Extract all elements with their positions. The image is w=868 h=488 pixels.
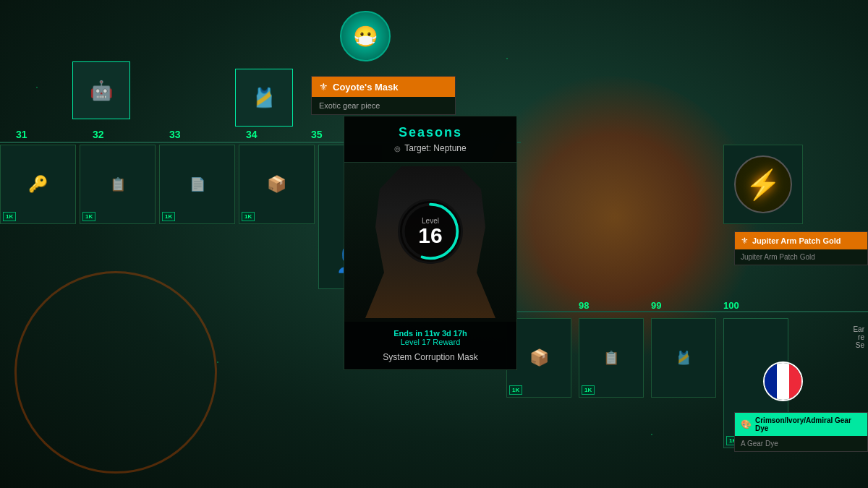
level-circle-container: Level 16 <box>398 199 463 264</box>
reward-cell-34[interactable]: 📦 1K <box>239 145 315 224</box>
info-line3: Se <box>853 341 864 349</box>
track-num-32: 32 <box>93 129 104 140</box>
gear-dye-header: 🎨 Crimson/Ivory/Admiral Gear Dye <box>735 413 867 436</box>
item-icon-97: 📦 <box>529 348 549 367</box>
info-line1: Ear <box>853 325 864 333</box>
character-name: System Corruption Mask <box>355 352 506 362</box>
quantity-badge: 1K <box>162 212 175 221</box>
item-icon-33: 📄 <box>190 176 205 192</box>
level-number: 16 <box>418 225 442 247</box>
reward-cell-98[interactable]: 📋 1K <box>579 318 644 398</box>
coyote-mask-type: Exotic gear piece <box>319 101 380 110</box>
reward-cell-33[interactable]: 📄 1K <box>159 145 235 224</box>
exotic-icon: ⚜ <box>319 81 328 93</box>
item-icon-34: 📦 <box>267 175 286 194</box>
jupiter-icon-circle: ⚡ <box>734 155 792 213</box>
level-circle: Level 16 <box>398 199 463 264</box>
quantity-badge: 1K <box>582 385 595 395</box>
track-num-34: 34 <box>246 129 258 140</box>
lightning-icon: ⚡ <box>745 168 781 202</box>
track-num-31: 31 <box>16 129 27 140</box>
jupiter-header: ⚜ Jupiter Arm Patch Gold <box>735 232 867 249</box>
mask-icon: 😷 <box>353 25 378 48</box>
top-right-info: Ear re Se <box>853 325 864 349</box>
character-area: Level 16 <box>344 163 516 322</box>
track-line-row2 <box>506 311 868 312</box>
item-icon-99: 🎽 <box>676 350 692 366</box>
jupiter-body: Jupiter Arm Patch Gold <box>735 249 867 265</box>
seasons-header: Seasons ◎ Target: Neptune <box>344 116 516 163</box>
star <box>651 434 652 435</box>
star <box>36 87 38 88</box>
item-icon-32: 📋 <box>110 176 126 192</box>
jupiter-icon-cell[interactable]: ⚡ <box>723 145 803 224</box>
star <box>217 361 218 363</box>
track-num-98: 98 <box>579 300 589 311</box>
track-num-99: 99 <box>651 300 661 311</box>
quantity-badge: 1K <box>3 212 16 221</box>
reward-cell-99[interactable]: 🎽 <box>651 318 716 398</box>
info-line2: re <box>853 333 864 341</box>
reward-cell-31[interactable]: 🔑 1K <box>0 145 76 224</box>
ends-in-text: Ends in 11w 3d 17h <box>355 329 506 338</box>
jupiter-icon-small: ⚜ <box>741 236 749 246</box>
gear-dye-name: Crimson/Ivory/Admiral Gear Dye <box>755 416 861 432</box>
seasons-panel: Seasons ◎ Target: Neptune Level 16 Ends … <box>344 116 517 370</box>
seasons-footer: Ends in 11w 3d 17h Level 17 Reward Syste… <box>344 322 516 369</box>
target-icon: ◎ <box>394 145 401 153</box>
top-item-31[interactable]: 🤖 <box>72 61 130 119</box>
track-num-35: 35 <box>311 129 323 140</box>
seasons-target: ◎ Target: Neptune <box>353 143 508 153</box>
background-emblem <box>14 271 217 474</box>
star <box>506 58 508 59</box>
coyote-mask-header: ⚜ Coyote's Mask <box>312 77 455 97</box>
coyote-mask-body: Exotic gear piece <box>312 97 455 114</box>
track-num-100: 100 <box>723 300 739 311</box>
gear-dye-tooltip: 🎨 Crimson/Ivory/Admiral Gear Dye A Gear … <box>734 412 868 452</box>
mask-preview: 😷 <box>333 4 398 69</box>
jupiter-patch-tooltip: ⚜ Jupiter Arm Patch Gold Jupiter Arm Pat… <box>734 231 868 265</box>
key-icon: 🔑 <box>28 175 48 194</box>
gear-dye-body: A Gear Dye <box>735 436 867 451</box>
coyote-mask-name: Coyote's Mask <box>333 82 399 93</box>
gear-dye-subtitle: A Gear Dye <box>741 440 778 448</box>
item-icon-top-34: 🎽 <box>252 87 276 109</box>
item-icon-top-31: 🤖 <box>90 80 113 102</box>
top-item-34[interactable]: 🎽 <box>235 69 293 127</box>
quantity-badge: 1K <box>242 212 255 221</box>
jupiter-name: Jupiter Arm Patch Gold <box>752 236 841 245</box>
gear-dye-icon: 🎨 <box>741 419 752 429</box>
french-flag <box>763 361 803 401</box>
jupiter-subtitle: Jupiter Arm Patch Gold <box>741 253 815 261</box>
quantity-badge: 1K <box>82 212 95 221</box>
quantity-badge: 1K <box>509 385 522 395</box>
target-label: Target: Neptune <box>404 143 466 153</box>
reward-cell-32[interactable]: 📋 1K <box>80 145 156 224</box>
item-icon-98: 📋 <box>603 350 619 366</box>
track-num-33: 33 <box>169 129 181 140</box>
flag-white <box>777 363 789 400</box>
coyote-mask-tooltip: ⚜ Coyote's Mask Exotic gear piece <box>311 76 456 115</box>
seasons-title: Seasons <box>353 125 508 140</box>
level-reward-text: Level 17 Reward <box>355 338 506 346</box>
